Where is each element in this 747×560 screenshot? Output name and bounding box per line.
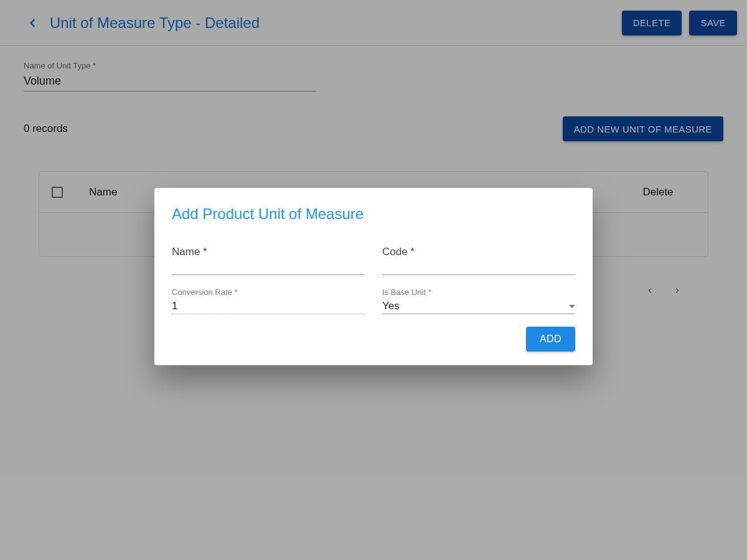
base-unit-select[interactable]: Yes (382, 299, 575, 314)
name-label: Name * (172, 245, 365, 259)
conversion-input[interactable] (172, 299, 365, 314)
conversion-field: Conversion Rate * (172, 287, 365, 314)
name-input[interactable] (172, 260, 365, 275)
name-field: Name * (172, 245, 365, 275)
page-root: Unit of Measure Type - Detailed DELETE S… (0, 0, 747, 560)
base-unit-label: Is Base Unit * (382, 287, 575, 298)
code-label: Code * (382, 245, 575, 259)
dialog-title: Add Product Unit of Measure (172, 205, 575, 223)
code-input[interactable] (382, 260, 575, 275)
base-unit-value: Yes (382, 300, 400, 312)
dialog-row-2: Conversion Rate * Is Base Unit * Yes (172, 287, 575, 314)
conversion-label: Conversion Rate * (172, 287, 365, 298)
base-unit-field: Is Base Unit * Yes (382, 287, 575, 314)
chevron-down-icon (569, 305, 575, 308)
dialog-add-button[interactable]: ADD (526, 327, 575, 352)
dialog-row-1: Name * Code * (172, 245, 575, 275)
code-field: Code * (382, 245, 575, 275)
dialog-actions: ADD (172, 327, 575, 352)
add-unit-dialog: Add Product Unit of Measure Name * Code … (154, 188, 593, 365)
